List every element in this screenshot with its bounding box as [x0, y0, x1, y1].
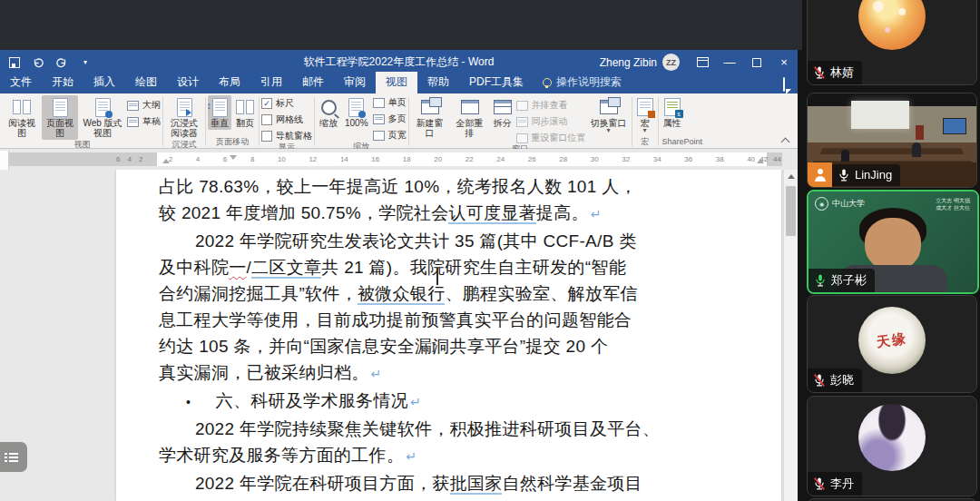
ruler-text-area: 246810121416182022242628303234363840 [157, 152, 767, 166]
word-window: ▾ 软件工程学院2022年度工作总结 - Word Zheng Zibin ZZ… [0, 50, 798, 501]
ribbon-group-window: 新建窗口 全部重排 拆分 并排查看 同步滚动 重设窗口位置 切换窗口▾ 窗口 [409, 95, 632, 148]
redo-button[interactable] [54, 55, 69, 70]
scrollbar-thumb[interactable] [786, 186, 796, 236]
navigation-pane-checkbox[interactable]: 导航窗格 [261, 130, 312, 142]
meeting-panel-handle[interactable] [0, 442, 27, 472]
minimize-button[interactable]: — [716, 50, 743, 74]
tab-审阅[interactable]: 审阅 [334, 72, 376, 93]
reset-window-position-button[interactable]: 重设窗口位置 [516, 132, 586, 144]
close-button[interactable]: × [770, 50, 798, 74]
zoom-100-button[interactable]: 100% [342, 95, 371, 130]
account-button[interactable]: Zheng Zibin ZZ [600, 54, 680, 71]
word-titlebar: ▾ 软件工程学院2022年度工作总结 - Word Zheng Zibin ZZ… [0, 50, 798, 74]
tab-绘图[interactable]: 绘图 [125, 72, 167, 93]
document-line: 2022 年学院研究生发表论文共计 35 篇(其中 CCF-A/B 类 [159, 228, 767, 254]
document-line: 2022 年学院在科研项目方面，获批国家自然科学基金项目 [159, 470, 767, 496]
tab-引用[interactable]: 引用 [250, 72, 292, 93]
scroll-up-button[interactable] [784, 170, 798, 183]
view-side-by-side-button[interactable]: 并排查看 [516, 99, 586, 112]
lightbulb-icon [543, 78, 552, 87]
tab-帮助[interactable]: 帮助 [417, 72, 459, 93]
mic-muted-icon [813, 476, 826, 491]
document-line: 及中科院一/二区文章共 21 篇)。我院研究生自主研发的“智能 [159, 254, 767, 280]
vertical-button[interactable]: 垂直 [208, 95, 231, 130]
arrange-all-button[interactable]: 全部重排 [451, 95, 489, 140]
document-line: 真实漏洞，已被采纳归档。↵ [159, 359, 767, 388]
participant-tile-zhengzibin[interactable]: ◉中山大学 立大志 明大德成大才 担大任 郑子彬 [807, 190, 979, 294]
synchronous-scrolling-button[interactable]: 同步滚动 [516, 115, 586, 128]
macros-button[interactable]: 宏▾ [634, 95, 656, 135]
avatar: 天缘 [858, 307, 926, 374]
multiple-pages-button[interactable]: 多页 [373, 113, 407, 125]
print-layout-button[interactable]: 页面视图 [42, 95, 78, 140]
background-slogan: 立大志 明大德成大才 担大任 [936, 197, 970, 211]
document-line: 较 2021 年度增加 50.75%，学院社会认可度显著提高。↵ [159, 200, 767, 228]
tab-PDF工具集[interactable]: PDF工具集 [459, 72, 534, 93]
ruler-checkbox[interactable]: ✓标尺 [261, 97, 312, 110]
document-line: 合约漏洞挖掘工具”软件，被微众银行、鹏程实验室、解放军信 [159, 280, 767, 307]
document-page[interactable]: 占比 78.63%，较上一年提高近 10%，统考报名人数 101 人，较 202… [116, 170, 781, 501]
quick-access-toolbar: ▾ [0, 55, 116, 70]
immersive-reader-button[interactable]: 沉浸式阅读器 [165, 95, 203, 140]
participant-name: 彭晓 [830, 372, 854, 388]
list-icon [5, 452, 18, 463]
restore-icon [752, 58, 761, 67]
left-indent-marker[interactable] [162, 155, 170, 163]
account-avatar: ZZ [662, 54, 680, 71]
horizontal-ruler[interactable]: 642 246810121416182022242628303234363840… [9, 152, 782, 166]
one-page-icon [373, 98, 385, 108]
tab-文件[interactable]: 文件 [0, 72, 42, 93]
window-title: 软件工程学院2022年度工作总结 - Word [304, 54, 495, 70]
one-page-button[interactable]: 单页 [373, 96, 407, 109]
group-label-macros: 宏 [634, 137, 656, 148]
vertical-ruler-corner [0, 151, 9, 170]
qat-customize-button[interactable]: ▾ [78, 55, 93, 70]
mic-active-icon [814, 273, 827, 288]
zoom-button[interactable]: 缩放 [317, 95, 340, 130]
ribbon-display-icon [697, 57, 709, 67]
tab-设计[interactable]: 设计 [167, 72, 209, 93]
read-mode-button[interactable]: 阅读视图 [4, 95, 40, 140]
switch-windows-button[interactable]: 切换窗口▾ [588, 95, 630, 135]
save-icon [9, 57, 20, 68]
participant-tile-linjing-cn[interactable]: 林婧 [807, 0, 977, 85]
participant-tile-pengxiao[interactable]: 天缘 彭晓 [807, 295, 977, 393]
web-layout-button[interactable]: Web 版式视图 [80, 95, 125, 140]
document-line: 4 项，资助率 44%；广东省自然科学基金 6 项，资助率 60%； [159, 496, 767, 501]
gridlines-checkbox[interactable]: 网格线 [261, 113, 312, 126]
undo-button[interactable] [31, 55, 45, 70]
tab-开始[interactable]: 开始 [42, 72, 83, 93]
vertical-scrollbar[interactable] [783, 170, 798, 501]
undo-icon [33, 57, 44, 68]
ribbon-display-options-button[interactable] [689, 50, 716, 74]
page-width-button[interactable]: 页宽 [373, 129, 407, 142]
text-caret [436, 268, 438, 285]
tab-视图[interactable]: 视图 [376, 72, 417, 93]
ribbon-group-immersive: 沉浸式阅读器 沉浸式 [163, 95, 205, 148]
tab-布局[interactable]: 布局 [209, 72, 250, 93]
outline-view-button[interactable]: 大纲 [127, 99, 161, 112]
reset-position-icon [516, 133, 528, 143]
split-button[interactable]: 拆分 [491, 95, 514, 130]
tab-邮件[interactable]: 邮件 [292, 72, 334, 93]
comments-button[interactable] [783, 78, 785, 91]
navigation-pane-checkbox-box [261, 131, 272, 142]
tab-插入[interactable]: 插入 [83, 72, 125, 93]
document-area: 占比 78.63%，较上一年提高近 10%，统考报名人数 101 人，较 202… [0, 170, 798, 501]
save-button[interactable] [7, 55, 22, 70]
right-indent-marker[interactable] [757, 155, 764, 163]
participant-tile-linjing-en[interactable]: LinJing [807, 93, 977, 188]
redo-icon [56, 57, 67, 68]
draft-icon [127, 117, 139, 127]
document-line: •六、科研及学术服务情况↵ [159, 388, 767, 416]
avatar [858, 404, 926, 471]
draft-view-button[interactable]: 草稿 [127, 115, 161, 128]
new-window-button[interactable]: 新建窗口 [411, 95, 449, 140]
first-line-indent-marker[interactable] [230, 155, 237, 163]
side-to-side-button[interactable]: 翻页 [233, 95, 257, 130]
properties-button[interactable]: 属性 [661, 95, 684, 130]
collapse-ribbon-button[interactable] [781, 137, 790, 144]
restore-button[interactable] [743, 50, 770, 74]
tell-me-search[interactable]: 操作说明搜索 [534, 72, 631, 93]
participant-tile-lidan[interactable]: 李丹 [807, 396, 977, 496]
